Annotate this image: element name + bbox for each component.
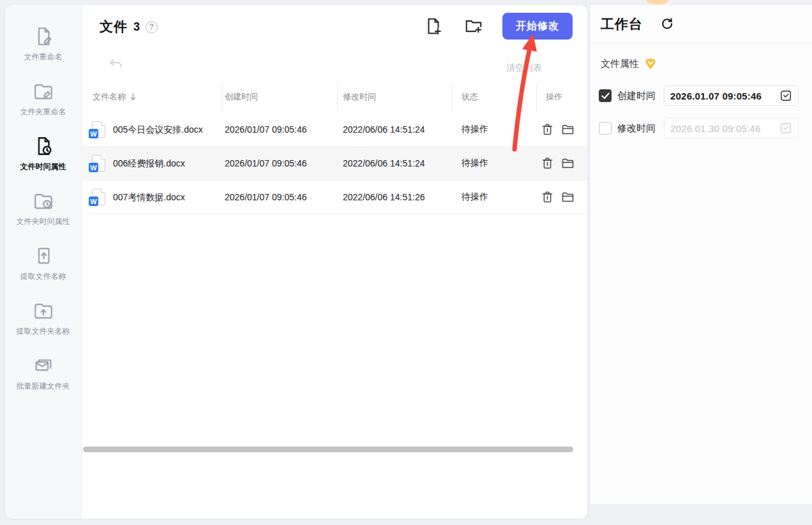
modified-time: 2022/06/06 14:51:26 <box>343 192 425 202</box>
extract-folder-name-icon <box>33 300 54 322</box>
add-folder-button[interactable] <box>464 17 483 36</box>
extract-file-name-icon <box>33 245 54 267</box>
modified-time: 2022/06/06 14:51:24 <box>343 158 425 168</box>
open-folder-icon[interactable] <box>562 158 574 169</box>
sidebar-item-label: 批量新建文件夹 <box>17 381 70 392</box>
column-divider <box>337 84 338 112</box>
folder-rename-icon <box>33 80 54 102</box>
column-header-modified[interactable]: 修改时间 <box>343 91 376 103</box>
folder-time-icon <box>33 190 54 212</box>
sidebar-item-label: 提取文件名称 <box>20 271 66 282</box>
delete-icon[interactable] <box>542 124 553 136</box>
sidebar-item-label: 文件重命名 <box>24 52 63 63</box>
modified-time-label: 修改时间 <box>617 122 656 135</box>
word-file-icon: W <box>88 189 105 207</box>
workbench-panel: 工作台 文件属性 创建时间 2026.01.07 09:05:46 <box>590 5 812 504</box>
date-picker-icon <box>779 122 792 135</box>
sidebar-item-folder-time[interactable]: 文件夹时间属性 <box>5 181 81 236</box>
created-time: 2026/01/07 09:05:46 <box>225 192 306 202</box>
table-row[interactable]: W 007考情数据.docx 2026/01/07 09:05:46 2022/… <box>82 181 587 214</box>
date-picker-icon[interactable] <box>779 89 792 102</box>
start-modify-button[interactable]: 开始修改 <box>502 13 573 40</box>
column-header-name[interactable]: 文件名称 <box>93 91 137 103</box>
undo-icon[interactable] <box>107 56 124 73</box>
column-divider <box>536 84 537 112</box>
refresh-icon[interactable] <box>659 17 674 31</box>
created-time-input[interactable]: 2026.01.07 09:05:46 <box>664 85 799 106</box>
sidebar-item-batch-new-folder[interactable]: 批量新建文件夹 <box>5 346 81 401</box>
modified-time-input[interactable]: 2026.01.30 09:05:46 <box>664 118 799 138</box>
file-name: 007考情数据.docx <box>113 192 214 203</box>
modified-time: 2022/06/06 14:51:24 <box>343 124 425 135</box>
horizontal-scrollbar[interactable] <box>83 447 573 452</box>
word-file-icon: W <box>88 121 105 139</box>
tool-sidebar: 文件重命名 文件夹重命名 文件时间属性 <box>5 5 82 519</box>
batch-new-folder-icon <box>33 355 54 376</box>
table-header: 文件名称 创建时间 修改时间 状态 操作 <box>82 82 587 114</box>
sort-desc-icon <box>129 92 137 101</box>
file-attributes-label: 文件属性 <box>601 58 639 70</box>
status-badge: 待操作 <box>462 158 488 169</box>
modified-time-row: 修改时间 2026.01.30 09:05:46 <box>599 118 799 138</box>
vip-badge-icon <box>644 57 657 70</box>
column-header-status[interactable]: 状态 <box>462 91 478 103</box>
workbench-header: 工作台 <box>590 5 812 43</box>
file-name: 005今日会议安排.docx <box>113 124 214 135</box>
clear-list-button[interactable]: 清空列表 <box>506 63 542 74</box>
modified-time-checkbox[interactable] <box>599 122 612 135</box>
column-divider <box>222 84 222 112</box>
workbench-title: 工作台 <box>601 15 643 33</box>
table-row[interactable]: W 006经费报销.docx 2026/01/07 09:05:46 2022/… <box>82 147 587 181</box>
file-rename-icon <box>33 26 54 47</box>
file-name: 006经费报销.docx <box>113 158 214 169</box>
sidebar-item-extract-file-name[interactable]: 提取文件名称 <box>5 236 81 291</box>
delete-icon[interactable] <box>542 158 553 170</box>
table-row[interactable]: W 005今日会议安排.docx 2026/01/07 09:05:46 202… <box>82 113 587 147</box>
open-folder-icon[interactable] <box>562 192 574 203</box>
sidebar-item-label: 文件夹时间属性 <box>17 216 70 227</box>
modified-time-value: 2026.01.30 09:05:46 <box>670 123 779 134</box>
page-title: 文件 <box>100 18 128 36</box>
column-divider <box>451 84 452 112</box>
created-time-value: 2026.01.07 09:05:46 <box>670 91 779 101</box>
sidebar-item-file-rename[interactable]: 文件重命名 <box>5 17 81 71</box>
clipped-avatar-decoration <box>646 0 669 4</box>
file-count: 3 <box>133 20 140 34</box>
status-badge: 待操作 <box>462 191 488 203</box>
main-window-card: 文件重命名 文件夹重命名 文件时间属性 <box>5 5 587 519</box>
add-file-button[interactable] <box>424 17 443 36</box>
created-time-row: 创建时间 2026.01.07 09:05:46 <box>599 85 799 106</box>
column-header-ops: 操作 <box>546 91 562 103</box>
help-icon[interactable]: ? <box>146 21 158 33</box>
sidebar-item-label: 文件夹重命名 <box>20 107 66 117</box>
status-badge: 待操作 <box>462 124 488 135</box>
word-file-icon: W <box>88 155 105 173</box>
open-folder-icon[interactable] <box>562 124 574 135</box>
created-time-label: 创建时间 <box>617 90 656 102</box>
sidebar-item-label: 文件时间属性 <box>20 161 66 172</box>
column-header-created[interactable]: 创建时间 <box>225 91 258 103</box>
created-time-checkbox[interactable] <box>599 89 612 102</box>
created-time: 2026/01/07 09:05:46 <box>225 158 306 168</box>
file-list-panel: 文件 3 ? 开始修改 清空列表 文件名称 创 <box>82 5 587 519</box>
sidebar-item-extract-folder-name[interactable]: 提取文件夹名称 <box>5 291 81 346</box>
sidebar-item-label: 提取文件夹名称 <box>17 326 70 337</box>
sidebar-item-file-time[interactable]: 文件时间属性 <box>5 126 81 181</box>
file-time-icon <box>33 135 54 157</box>
sidebar-item-folder-rename[interactable]: 文件夹重命名 <box>5 71 81 126</box>
delete-icon[interactable] <box>542 191 553 203</box>
created-time: 2026/01/07 09:05:46 <box>225 124 306 135</box>
file-attributes-section: 文件属性 <box>601 57 657 70</box>
